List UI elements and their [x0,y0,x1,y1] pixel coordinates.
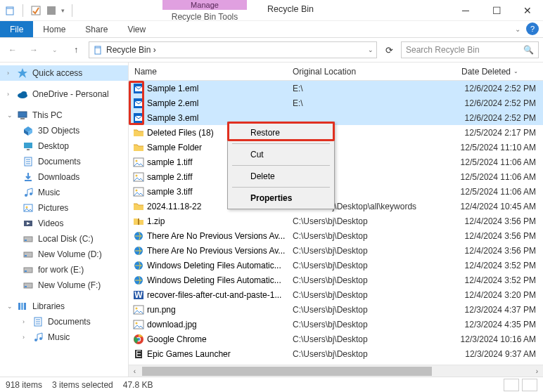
svg-point-16 [25,194,27,197]
nav-item-new-volume-d-[interactable]: New Volume (D:) [0,247,128,262]
nav-item-icon [23,125,34,136]
window-controls: ─ ☐ ✕ [450,0,543,21]
file-name: Epic Games Launcher [147,349,231,359]
menu-cut[interactable]: Cut [229,145,333,164]
maximize-button[interactable]: ☐ [481,0,512,21]
file-row[interactable]: Wrecover-files-after-cut-and-paste-1...C… [129,287,543,302]
svg-rect-48 [138,218,139,225]
nav-up-button[interactable]: ↑ [68,41,84,58]
nav-libraries[interactable]: ⌄ Libraries [0,299,128,314]
file-row[interactable]: sample 1.tiffolder12/5/2024 11:06 AM [129,155,543,169]
file-row[interactable]: Sample 3.eml12/6/2024 2:52 PM [129,110,543,125]
nav-item-new-volume-f-[interactable]: New Volume (F:) [0,277,128,293]
file-name: Windows Deleting Files Automatic... [147,261,281,270]
file-row[interactable]: 2024.11.18-22C:\Users\bj\Desktop\all\key… [129,199,543,214]
nav-item-desktop[interactable]: Desktop [0,138,128,154]
search-box[interactable]: 🔍 [401,41,539,58]
address-dropdown-icon[interactable]: ⌄ [368,46,373,53]
window-title: Recycle Bin [267,4,314,14]
file-row[interactable]: Windows Deleting Files Automatic...C:\Us… [129,258,543,273]
file-date-deleted: 12/6/2024 2:52 PM [456,84,543,93]
file-date-deleted: 12/4/2024 10:45 AM [456,202,543,211]
nav-item-local-disk-c-[interactable]: Local Disk (C:) [0,231,128,247]
column-original-location[interactable]: Original Location [287,67,456,77]
nav-item-downloads[interactable]: Downloads [0,169,128,185]
svg-rect-15 [25,180,32,181]
file-row[interactable]: download.jpgC:\Users\bj\Desktop12/3/2024… [129,317,543,332]
menu-properties[interactable]: Properties [229,189,333,207]
nav-item-label: 3D Objects [38,126,79,136]
column-date-deleted[interactable]: Date Deleted ⌄ [456,67,543,77]
properties-icon[interactable] [30,5,41,16]
nav-item-music[interactable]: Music [0,185,128,200]
file-row[interactable]: Sample 1.emlE:\12/6/2024 2:52 PM [129,81,543,96]
nav-library-music[interactable]: ›Music [0,329,128,345]
pc-icon [17,110,28,121]
address-bar: ← → ⌄ ↑ Recycle Bin › ⌄ ⟳ 🔍 [0,38,543,62]
details-view-button[interactable] [504,379,519,391]
img-icon [133,157,144,168]
file-row[interactable]: sample 3.tiffolder12/5/2024 11:06 AM [129,184,543,199]
file-row[interactable]: run.pngC:\Users\bj\Desktop12/3/2024 4:37… [129,302,543,317]
nav-item-pictures[interactable]: Pictures [0,200,128,216]
nav-item-documents[interactable]: Documents [0,154,128,169]
nav-item-icon [23,218,34,229]
nav-quick-access[interactable]: › Quick access [0,65,128,81]
tab-home[interactable]: Home [33,21,75,37]
file-row[interactable]: There Are No Previous Versions Av...C:\U… [129,228,543,243]
file-row[interactable]: Windows Deleting Files Automatic...C:\Us… [129,273,543,287]
empty-recycle-icon[interactable] [46,5,57,16]
qat-dropdown-icon[interactable]: ▾ [61,7,65,14]
nav-item-icon [23,171,34,183]
refresh-button[interactable]: ⟳ [381,45,397,55]
column-headers: Name Original Location Date Deleted ⌄ [129,63,543,81]
ribbon-tabs: File Home Share View ⌄ ? [0,21,543,38]
nav-this-pc[interactable]: ⌄ This PC [0,107,128,123]
scroll-thumb[interactable] [142,367,432,376]
svg-rect-29 [25,286,27,287]
ribbon-collapse-icon[interactable]: ⌄ [515,25,520,33]
nav-item-videos[interactable]: Videos [0,216,128,231]
nav-back-button[interactable]: ← [4,41,21,58]
nav-item-3d-objects[interactable]: 3D Objects [0,123,128,138]
nav-item-icon [23,264,34,275]
address-box[interactable]: Recycle Bin › ⌄ [89,41,377,58]
file-row[interactable]: Sample Folder12/5/2024 11:10 AM [129,140,543,155]
nav-library-documents[interactable]: ›Documents [0,314,128,329]
svg-rect-30 [18,303,20,310]
tab-view[interactable]: View [117,21,155,37]
file-row[interactable]: 1.zipC:\Users\bj\Desktop12/4/2024 3:56 P… [129,214,543,228]
caret-icon: › [7,91,13,98]
nav-item-icon [23,280,34,291]
help-icon[interactable]: ? [526,22,539,35]
thumbnails-view-button[interactable] [522,379,537,391]
tab-share[interactable]: Share [75,21,117,37]
file-name: Windows Deleting Files Automatic... [147,275,281,285]
nav-item-for-work-e-[interactable]: for work (E:) [0,262,128,277]
svg-point-58 [136,322,138,324]
scroll-left-icon[interactable]: ‹ [129,367,141,375]
nav-item-label: New Volume (D:) [38,249,102,259]
nav-onedrive[interactable]: › OneDrive - Personal [0,86,128,102]
menu-restore[interactable]: Restore [229,124,333,142]
file-row[interactable]: There Are No Previous Versions Av...C:\U… [129,243,543,258]
minimize-button[interactable]: ─ [450,0,481,21]
file-tab[interactable]: File [0,21,33,37]
file-row[interactable]: Deleted Files (18)Desktop12/5/2024 2:17 … [129,125,543,140]
file-original-location: C:\Users\bj\Desktop [287,320,456,329]
file-row[interactable]: Google ChromeC:\Users\bj\Desktop12/3/202… [129,332,543,346]
horizontal-scrollbar[interactable]: ‹ › [129,365,543,377]
search-icon[interactable]: 🔍 [523,45,534,55]
nav-item-icon [23,249,34,260]
file-row[interactable]: EEpic Games LauncherC:\Users\bj\Desktop1… [129,346,543,361]
menu-delete[interactable]: Delete [229,167,333,185]
file-row[interactable]: sample 2.tiffolder12/5/2024 11:06 AM [129,169,543,184]
column-name[interactable]: Name [129,67,287,77]
file-row[interactable]: Sample 2.emlE:\12/6/2024 2:52 PM [129,96,543,110]
file-name: Sample 2.eml [147,98,198,108]
scroll-right-icon[interactable]: › [531,367,543,375]
nav-recent-dropdown[interactable]: ⌄ [46,41,63,58]
file-original-location: E:\ [287,98,456,108]
search-input[interactable] [406,45,523,55]
close-button[interactable]: ✕ [512,0,543,21]
